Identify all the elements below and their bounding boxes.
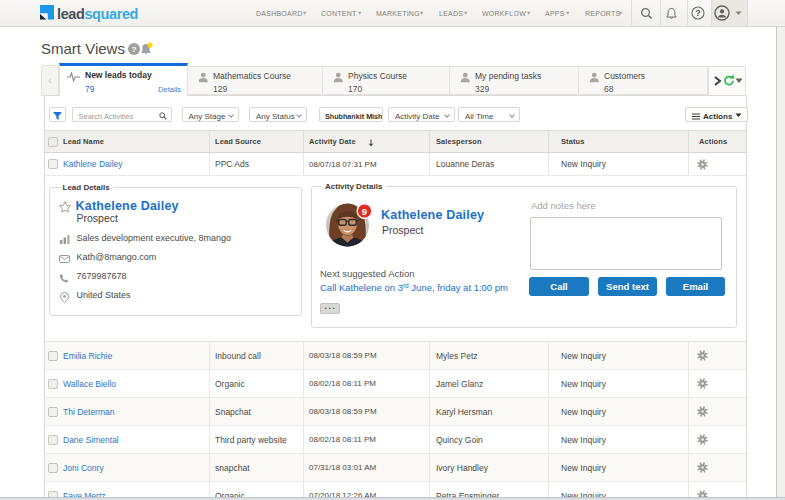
svg-text:9: 9 [362, 205, 367, 216]
svg-text:?: ? [695, 8, 701, 18]
svg-text:?: ? [132, 45, 137, 54]
